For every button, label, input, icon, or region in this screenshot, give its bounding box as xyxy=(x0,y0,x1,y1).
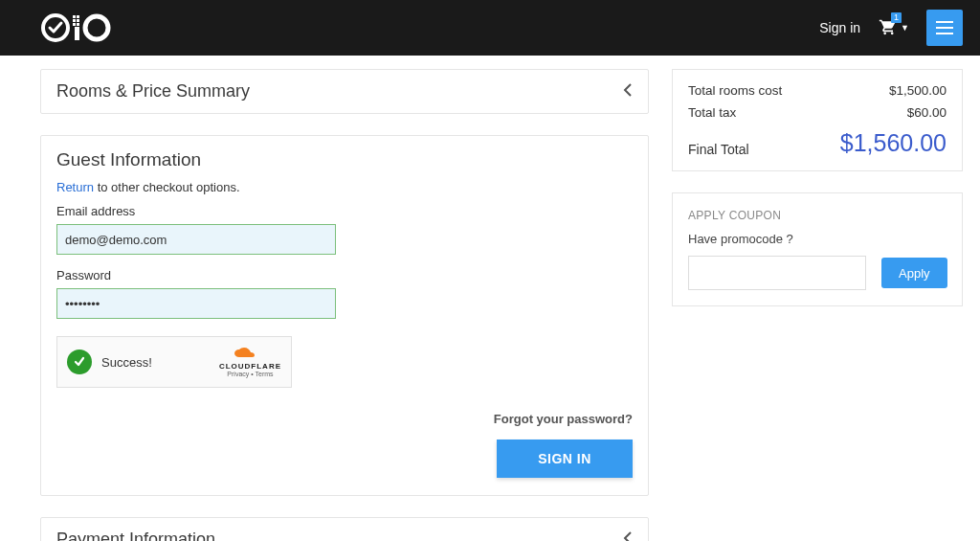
svg-rect-2 xyxy=(77,15,79,18)
coupon-panel: APPLY COUPON Have promocode ? Apply xyxy=(672,192,963,306)
tax-value: $60.00 xyxy=(907,105,947,120)
payment-info-title: Payment Information xyxy=(56,530,215,541)
final-total-value: $1,560.00 xyxy=(840,129,947,157)
rooms-summary-toggle[interactable]: Rooms & Price Summary xyxy=(41,70,648,113)
return-line: Return to other checkout options. xyxy=(56,180,633,194)
rooms-summary-title: Rooms & Price Summary xyxy=(56,81,250,101)
menu-button[interactable] xyxy=(926,10,963,46)
tax-label: Total tax xyxy=(688,105,736,120)
coupon-title: APPLY COUPON xyxy=(688,209,947,222)
svg-point-10 xyxy=(891,33,894,35)
forgot-password-link[interactable]: Forgot your password? xyxy=(494,412,633,426)
coupon-input[interactable] xyxy=(688,256,866,290)
payment-info-panel: Payment Information xyxy=(40,517,649,541)
top-header: Sign in 1 ▼ xyxy=(0,0,980,56)
hamburger-icon xyxy=(936,21,953,34)
header-signin-link[interactable]: Sign in xyxy=(819,20,860,35)
payment-info-toggle[interactable]: Payment Information xyxy=(41,518,648,541)
return-link[interactable]: Return xyxy=(56,180,94,194)
svg-rect-6 xyxy=(77,23,79,26)
captcha-widget: Success! CLOUDFLARE Privacy • Terms xyxy=(56,336,292,388)
cloudflare-icon xyxy=(219,348,281,363)
svg-rect-7 xyxy=(75,27,79,40)
cloudflare-brand: CLOUDFLARE xyxy=(219,363,281,371)
rooms-cost-value: $1,500.00 xyxy=(889,83,947,98)
rooms-summary-panel: Rooms & Price Summary xyxy=(40,69,649,114)
guest-info-panel: Guest Information Return to other checko… xyxy=(40,135,649,496)
password-field[interactable] xyxy=(56,288,336,319)
svg-rect-1 xyxy=(73,15,76,18)
svg-point-9 xyxy=(883,33,886,35)
svg-rect-5 xyxy=(73,23,76,26)
apply-coupon-button[interactable]: Apply xyxy=(881,258,947,288)
password-label: Password xyxy=(56,268,633,282)
svg-point-8 xyxy=(85,16,108,39)
logo[interactable] xyxy=(40,10,136,46)
cloudflare-privacy-terms[interactable]: Privacy • Terms xyxy=(219,371,281,377)
cart-count-badge: 1 xyxy=(891,12,902,23)
svg-rect-3 xyxy=(73,19,76,22)
svg-rect-4 xyxy=(77,19,79,22)
guest-info-title: Guest Information xyxy=(56,149,633,170)
final-total-label: Final Total xyxy=(688,142,749,157)
email-field[interactable] xyxy=(56,224,336,255)
captcha-success-text: Success! xyxy=(101,355,152,370)
signin-button[interactable]: SIGN IN xyxy=(497,440,633,478)
checkmark-icon xyxy=(67,349,92,374)
cart-button[interactable]: 1 ▼ xyxy=(878,18,909,37)
email-label: Email address xyxy=(56,204,633,218)
coupon-question: Have promocode ? xyxy=(688,232,947,246)
rooms-cost-label: Total rooms cost xyxy=(688,83,782,98)
price-summary: Total rooms cost $1,500.00 Total tax $60… xyxy=(672,69,963,171)
chevron-left-icon xyxy=(623,531,633,542)
return-text: to other checkout options. xyxy=(94,180,239,194)
caret-down-icon: ▼ xyxy=(901,23,909,33)
chevron-left-icon xyxy=(623,83,633,101)
